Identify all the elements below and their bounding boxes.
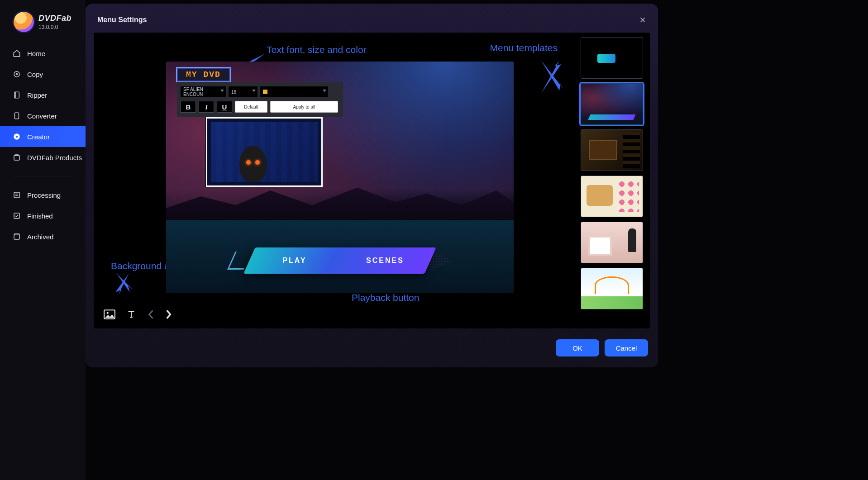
svg-point-11	[107, 312, 109, 314]
bold-button[interactable]: B	[181, 101, 196, 113]
background-image-button[interactable]	[104, 309, 115, 319]
template-list	[574, 33, 650, 328]
brand-block: DVDFab 13.0.0.0	[0, 12, 86, 43]
dialog-title: Menu Settings	[97, 16, 147, 24]
sidebar-item-products[interactable]: DVDFab Products	[0, 147, 86, 168]
font-select[interactable]: SF ALIEN ENCOUN	[181, 86, 226, 97]
home-icon	[13, 49, 21, 57]
default-button[interactable]: Default	[235, 101, 267, 113]
sidebar-item-label: Converter	[27, 112, 57, 120]
menu-title-text[interactable]: MY DVD	[177, 68, 230, 81]
sidebar-item-label: Home	[27, 50, 45, 57]
svg-point-5	[16, 136, 18, 138]
sidebar-separator	[13, 176, 73, 176]
close-button[interactable]	[637, 14, 648, 25]
template-item-1[interactable]	[581, 37, 643, 79]
text-tool-button[interactable]	[126, 309, 136, 319]
annotation-templates: Menu templates	[490, 43, 558, 53]
sidebar-item-label: Creator	[27, 133, 50, 141]
sidebar-item-ripper[interactable]: Ripper	[0, 85, 86, 105]
svg-point-0	[14, 71, 19, 77]
template-item-6[interactable]	[581, 268, 643, 309]
creator-icon	[13, 133, 21, 141]
sidebar-item-label: Ripper	[27, 91, 47, 99]
cancel-button[interactable]: Cancel	[605, 339, 648, 356]
finished-icon	[13, 212, 21, 220]
color-swatch-icon	[263, 90, 267, 94]
video-thumbnail[interactable]	[206, 117, 323, 187]
font-size-select[interactable]: 16	[229, 86, 258, 97]
sidebar: DVDFab 13.0.0.0 Home Copy Ripper Convert…	[0, 0, 86, 480]
template-item-4[interactable]	[581, 176, 643, 217]
copy-icon	[13, 70, 21, 78]
sidebar-item-home[interactable]: Home	[0, 43, 86, 64]
brand-version: 13.0.0.0	[38, 24, 72, 30]
archived-icon	[13, 233, 21, 241]
underline-button[interactable]: U	[217, 101, 232, 113]
italic-button[interactable]: I	[199, 101, 214, 113]
menu-preview[interactable]: MY DVD SF ALIEN ENCOUN 16 B I U	[166, 62, 514, 293]
svg-rect-2	[14, 92, 19, 98]
preview-stage: Text font, size and color Menu templates…	[94, 33, 574, 328]
svg-rect-3	[15, 113, 19, 119]
menu-settings-dialog: Menu Settings Text font, size and color …	[86, 4, 658, 367]
apply-to-all-button[interactable]: Apply to all	[270, 101, 338, 113]
font-color-select[interactable]	[260, 86, 328, 97]
sidebar-item-processing[interactable]: Processing	[0, 185, 86, 205]
arrow-icon	[113, 272, 133, 295]
converter-icon	[13, 112, 21, 120]
playback-bar: PLAY SCENES	[249, 247, 430, 274]
text-toolbar: SF ALIEN ENCOUN 16 B I U Default Apply t…	[177, 82, 343, 117]
sidebar-item-label: DVDFab Products	[27, 154, 82, 162]
template-item-5[interactable]	[581, 222, 643, 263]
sidebar-item-creator[interactable]: Creator	[0, 126, 86, 147]
svg-rect-6	[14, 156, 19, 161]
sidebar-item-label: Processing	[27, 191, 61, 199]
template-item-2[interactable]	[581, 83, 643, 125]
ripper-icon	[13, 91, 21, 99]
sidebar-item-copy[interactable]: Copy	[0, 64, 86, 85]
brand-name: DVDFab	[38, 14, 72, 23]
sidebar-item-converter[interactable]: Converter	[0, 105, 86, 126]
processing-icon	[13, 191, 21, 199]
sidebar-item-label: Archived	[27, 233, 53, 241]
annotation-playback: Playback button	[352, 292, 419, 303]
sidebar-item-archived[interactable]: Archived	[0, 226, 86, 247]
arrow-icon	[538, 59, 565, 95]
products-icon	[13, 153, 21, 162]
sidebar-item-finished[interactable]: Finished	[0, 205, 86, 226]
annotation-text-tools: Text font, size and color	[267, 44, 367, 55]
sidebar-item-label: Finished	[27, 212, 53, 220]
brand-logo-icon	[14, 12, 34, 32]
sidebar-item-label: Copy	[27, 71, 43, 78]
ok-button[interactable]: OK	[556, 339, 599, 356]
template-item-3[interactable]	[581, 129, 643, 171]
svg-rect-8	[14, 213, 19, 219]
scenes-button[interactable]: SCENES	[340, 257, 430, 265]
svg-rect-9	[14, 235, 19, 239]
prev-page-button[interactable]	[147, 309, 154, 319]
play-button[interactable]: PLAY	[249, 257, 340, 265]
next-page-button[interactable]	[165, 309, 172, 319]
svg-point-1	[16, 74, 18, 75]
